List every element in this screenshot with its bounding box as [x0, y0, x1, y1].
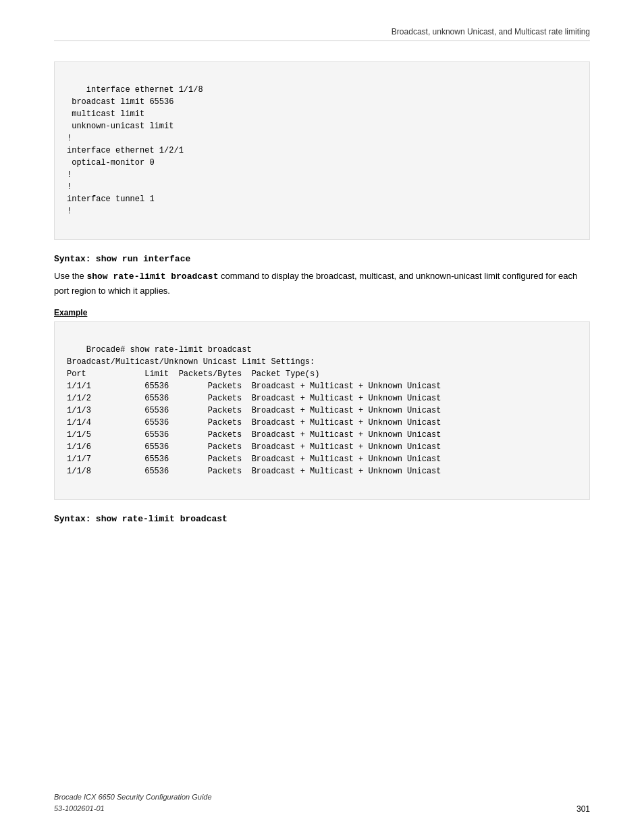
syntax-heading-2: Syntax: show rate-limit broadcast	[54, 513, 590, 524]
footer-left: Brocade ICX 6650 Security Configuration …	[54, 791, 212, 814]
example-label: Example	[54, 308, 590, 317]
code-block-interface: interface ethernet 1/1/8 broadcast limit…	[54, 61, 590, 240]
syntax-heading-1: Syntax: show run interface	[54, 253, 590, 264]
page-container: Broadcast, unknown Unicast, and Multicas…	[0, 0, 644, 570]
footer-guide-title: Brocade ICX 6650 Security Configuration …	[54, 791, 212, 803]
header-title: Broadcast, unknown Unicast, and Multicas…	[392, 27, 590, 36]
page-footer: Brocade ICX 6650 Security Configuration …	[54, 791, 590, 814]
footer-guide-number: 53-1002601-01	[54, 803, 212, 814]
code-block-example: Brocade# show rate-limit broadcast Broad…	[54, 321, 590, 500]
footer-page-number: 301	[576, 804, 590, 814]
body-paragraph: Use the show rate-limit broadcast comman…	[54, 269, 590, 298]
page-header: Broadcast, unknown Unicast, and Multicas…	[54, 27, 590, 41]
